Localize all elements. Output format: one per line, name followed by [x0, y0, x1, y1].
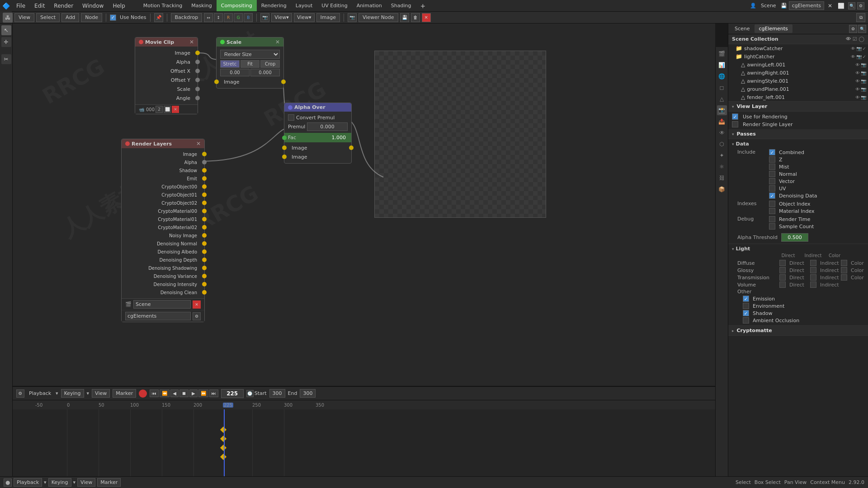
- camera-awning-right[interactable]: 📷: [861, 70, 866, 75]
- record-btn[interactable]: [139, 389, 147, 398]
- emission-checkbox[interactable]: [743, 296, 749, 302]
- eye-awning-right[interactable]: 👁: [855, 70, 860, 75]
- node-scale-header[interactable]: Scale ✕: [217, 38, 283, 47]
- keying-status-btn[interactable]: Keying: [48, 478, 71, 487]
- diffuse-direct-checkbox[interactable]: [779, 260, 786, 266]
- sample-count-checkbox[interactable]: [769, 223, 775, 230]
- transmission-direct-checkbox[interactable]: [779, 274, 786, 281]
- camera-awning-left[interactable]: 📷: [861, 62, 866, 67]
- tab-shading[interactable]: Shading: [387, 0, 416, 11]
- keyframe-4[interactable]: [220, 454, 226, 460]
- socket-rl-cryptomat2[interactable]: [202, 225, 207, 230]
- object-icon-btn[interactable]: ◻: [717, 83, 727, 93]
- render-icon-btn[interactable]: 📸: [717, 105, 727, 115]
- backdrop-btn[interactable]: Backdrop: [171, 13, 203, 22]
- marker-btn[interactable]: Marker: [113, 389, 136, 398]
- camera-ground-plane[interactable]: 📷: [861, 87, 866, 92]
- object-properties-icon-btn[interactable]: 📦: [717, 184, 727, 194]
- node-movie-clip-header[interactable]: Movie Clip ✕: [135, 38, 198, 47]
- close-window-icon[interactable]: ✕: [826, 3, 834, 9]
- cut-tool-icon[interactable]: ✂: [1, 54, 11, 64]
- save-icon[interactable]: 💾: [781, 3, 787, 9]
- convert-premul-checkbox[interactable]: [288, 114, 294, 121]
- object-data-icon-btn[interactable]: △: [717, 94, 727, 104]
- socket-image-mc-out[interactable]: [195, 51, 200, 55]
- render-single-layer-checkbox[interactable]: [732, 121, 738, 127]
- socket-rl-dealbedo[interactable]: [202, 249, 207, 254]
- tab-compositing[interactable]: Compositing: [217, 0, 257, 11]
- render-size-dropdown[interactable]: Render Size: [220, 50, 280, 59]
- camera-fender-left[interactable]: 📷: [861, 95, 866, 100]
- camera-icon[interactable]: 📷: [260, 13, 269, 22]
- material-index-checkbox[interactable]: [769, 208, 775, 214]
- scale-stretch-btn[interactable]: Stretc: [220, 60, 240, 68]
- keying-dropdown-icon[interactable]: ▾: [87, 390, 90, 396]
- socket-rl-crypto1[interactable]: [202, 192, 207, 197]
- tree-item-awning-right[interactable]: △ awningRight.001 👁 📷: [728, 69, 868, 77]
- hide-all-icon[interactable]: 👁: [846, 36, 851, 42]
- pin-icon[interactable]: 📌: [154, 13, 163, 22]
- transmission-color-checkbox[interactable]: [841, 274, 847, 281]
- compositor-icon-btn[interactable]: ⬡: [717, 139, 727, 149]
- viewer-close-icon[interactable]: ✕: [422, 13, 431, 22]
- viewer-node-btn[interactable]: Viewer Node: [359, 13, 398, 22]
- end-frame-display[interactable]: 300: [269, 389, 285, 398]
- menu-edit[interactable]: Edit: [30, 0, 49, 11]
- render-time-checkbox[interactable]: [769, 216, 775, 222]
- view-icon-btn[interactable]: 👁: [717, 128, 727, 138]
- tree-item-ground-plane[interactable]: △ groundPlane.001 👁 📷: [728, 85, 868, 93]
- search-icon[interactable]: 🔍: [848, 2, 855, 9]
- socket-fac-in[interactable]: [282, 136, 287, 140]
- file-name-btn[interactable]: cgElements: [789, 1, 824, 10]
- transmission-indirect-checkbox[interactable]: [810, 274, 816, 281]
- node-editor[interactable]: RRCG 人人素材 RRCG 人人素材 RRCG Movie Clip ✕: [13, 23, 715, 476]
- menu-render[interactable]: Render: [49, 0, 78, 11]
- next-frame-btn[interactable]: ⏩: [198, 389, 208, 397]
- socket-rl-image[interactable]: [202, 152, 207, 156]
- menu-file[interactable]: File: [12, 0, 30, 11]
- socket-alpha-mc-out[interactable]: [195, 60, 200, 64]
- eye-fender-left[interactable]: 👁: [855, 95, 860, 100]
- backdrop-b-icon[interactable]: B: [244, 13, 253, 22]
- node-scale-close[interactable]: ✕: [275, 39, 280, 45]
- image-btn[interactable]: Image: [316, 13, 340, 22]
- socket-angle-mc-out[interactable]: [195, 96, 200, 100]
- playback-settings-icon[interactable]: ⚙: [16, 389, 24, 398]
- glossy-color-checkbox[interactable]: [841, 267, 847, 273]
- light-section-toggle[interactable]: ▾ Light: [732, 246, 864, 252]
- data-section-toggle[interactable]: ▾ Data: [732, 141, 864, 147]
- socket-rl-denorm[interactable]: [202, 241, 207, 246]
- search-panel-icon[interactable]: 🔍: [858, 25, 866, 33]
- socket-rl-dedepth[interactable]: [202, 258, 207, 262]
- particles-icon-btn[interactable]: ✦: [717, 150, 727, 160]
- glossy-direct-checkbox[interactable]: [779, 267, 786, 273]
- tree-item-shadowcatcher[interactable]: 📁 shadowCatcher 👁 📷 ✓: [728, 44, 868, 52]
- check-lightcatcher[interactable]: ✓: [863, 54, 866, 59]
- socket-rl-devar[interactable]: [202, 274, 207, 278]
- alpha-threshold-value[interactable]: 0.500: [781, 233, 808, 242]
- tab-cgelements[interactable]: cgElements: [755, 24, 793, 33]
- movie-clip-frame-btn-2[interactable]: ⬜: [164, 106, 171, 113]
- tab-rendering[interactable]: Rendering: [257, 0, 291, 11]
- add-menu-btn[interactable]: Add: [61, 13, 79, 22]
- eye-shadowcatcher[interactable]: 👁: [851, 46, 855, 51]
- scale-crop-btn[interactable]: Crop: [260, 60, 280, 68]
- normal-checkbox[interactable]: [769, 171, 775, 177]
- socket-rl-shadow[interactable]: [202, 168, 207, 173]
- mist-checkbox[interactable]: [769, 164, 775, 170]
- glossy-indirect-checkbox[interactable]: [810, 267, 816, 273]
- select-tool-icon[interactable]: ↖: [1, 25, 11, 35]
- view-mode-dropdown[interactable]: View ▾: [294, 13, 315, 22]
- socket-rl-cryptomat1[interactable]: [202, 217, 207, 221]
- marker-status-btn[interactable]: Marker: [97, 478, 121, 487]
- playback-dropdown-icon[interactable]: ▾: [56, 390, 58, 396]
- socket-image-scale-in[interactable]: [214, 80, 219, 84]
- output-icon-btn[interactable]: 📤: [717, 117, 727, 127]
- shadow-checkbox[interactable]: [743, 310, 749, 316]
- view-layer-icon-btn[interactable]: 📊: [717, 60, 727, 70]
- rl-layer-settings-btn[interactable]: ⚙: [193, 312, 201, 320]
- uv-checkbox[interactable]: [769, 185, 775, 192]
- current-frame-display[interactable]: 225: [221, 389, 244, 398]
- backdrop-flip-x-icon[interactable]: ↔: [204, 13, 213, 22]
- volume-indirect-checkbox[interactable]: [810, 282, 816, 288]
